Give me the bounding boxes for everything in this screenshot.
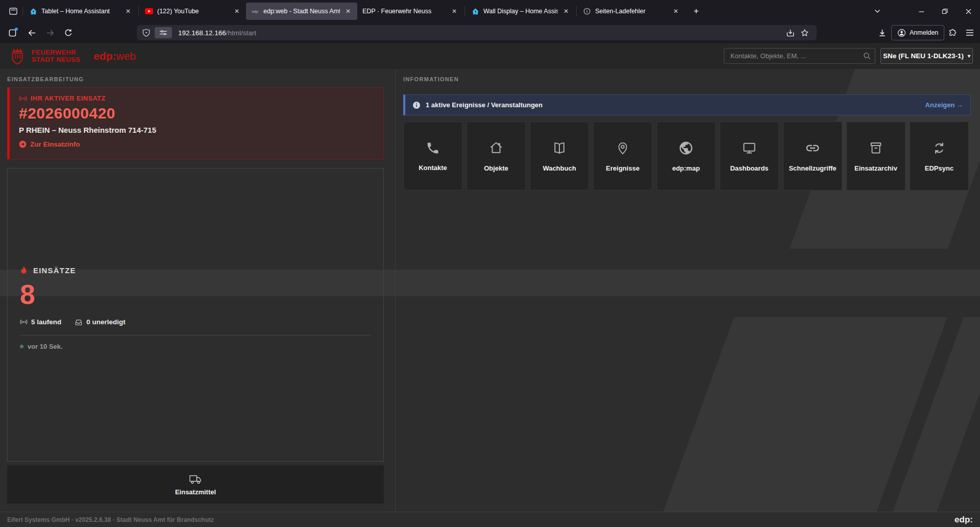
tab-youtube[interactable]: (122) YouTube ✕ bbox=[140, 3, 246, 20]
signin-button[interactable]: Anmelden bbox=[891, 25, 944, 40]
search-input[interactable] bbox=[724, 48, 875, 64]
reload-button[interactable] bbox=[60, 25, 77, 41]
tab-close-icon[interactable]: ✕ bbox=[450, 8, 458, 15]
edp-favicon: edp: bbox=[251, 7, 259, 15]
feuerwehr-crest-logo bbox=[7, 46, 28, 66]
divider bbox=[20, 335, 371, 336]
save-page-icon[interactable] bbox=[783, 26, 797, 39]
permissions-icon[interactable] bbox=[155, 27, 172, 38]
forward-button[interactable] bbox=[42, 25, 58, 41]
tab-wall-display[interactable]: Wall Display – Home Assistant ✕ bbox=[466, 3, 575, 20]
url-bar[interactable]: 192.168.12.166/html/start bbox=[137, 25, 817, 40]
tile-schnellzugriffe[interactable]: Schnellzugriffe bbox=[783, 122, 842, 190]
home-assistant-icon bbox=[29, 7, 37, 15]
vehicle-selector-button[interactable]: SNe (FL NEU 1-DLK23-1) ▾ bbox=[880, 48, 973, 64]
running-stat: 5 laufend bbox=[20, 318, 61, 326]
inbox-icon bbox=[75, 319, 83, 326]
tile-edpsync[interactable]: EDPsync bbox=[910, 122, 969, 190]
tile-edpmap[interactable]: edp:map bbox=[656, 122, 716, 190]
informationen-panel: INFORMATIONEN 1 aktive Ereignisse / Vera… bbox=[396, 69, 980, 512]
tile-einsatzarchiv[interactable]: Einsatzarchiv bbox=[846, 122, 905, 190]
vehicle-selector-label: SNe (FL NEU 1-DLK23-1) bbox=[883, 52, 964, 60]
tab-close-icon[interactable]: ✕ bbox=[672, 8, 680, 15]
einsaetze-title: EINSÄTZE bbox=[33, 266, 76, 275]
running-stat-label: 5 laufend bbox=[31, 318, 61, 326]
pending-stat: 0 unerledigt bbox=[75, 318, 126, 326]
url-text[interactable]: 192.168.12.166/html/start bbox=[178, 29, 256, 37]
tile-objekte[interactable]: Objekte bbox=[467, 122, 526, 190]
active-einsatz-card[interactable]: IHR AKTIVER EINSATZ #2026000420 P RHEIN … bbox=[7, 87, 384, 159]
einsaetze-count: 8 bbox=[20, 280, 371, 308]
tab-home-assistant-tablet[interactable]: Tablet – Home Assistant ✕ bbox=[24, 3, 137, 20]
url-path: /html/start bbox=[226, 29, 256, 37]
last-updated: vor 10 Sek. bbox=[20, 343, 371, 350]
arrow-circle-icon bbox=[19, 140, 27, 148]
bookmark-star-icon[interactable] bbox=[797, 26, 812, 39]
tile-wachbuch[interactable]: Wachbuch bbox=[530, 122, 589, 190]
tile-label: edp:map bbox=[672, 164, 700, 172]
footer-version-text: Eifert Systems GmbH · v2025.2.6.38 · Sta… bbox=[7, 516, 214, 523]
browser-tab-bar: Tablet – Home Assistant ✕ (122) YouTube … bbox=[0, 0, 980, 22]
einsatzinfo-link[interactable]: Zur Einsatzinfo bbox=[19, 140, 374, 148]
product-logo: edp:web bbox=[93, 50, 136, 62]
signin-label: Anmelden bbox=[910, 29, 938, 36]
new-tab-button[interactable]: + bbox=[688, 3, 704, 19]
window-close-button[interactable] bbox=[960, 3, 977, 20]
brand-text: FEUERWEHR STADT NEUSS bbox=[32, 49, 80, 63]
tab-close-icon[interactable]: ✕ bbox=[233, 8, 241, 15]
globe-icon bbox=[678, 140, 694, 156]
extensions-puzzle-icon[interactable] bbox=[944, 25, 961, 41]
app-header: FEUERWEHR STADT NEUSS edp:web SNe (FL NE… bbox=[0, 43, 980, 69]
tab-close-icon[interactable]: ✕ bbox=[344, 8, 352, 15]
tile-label: Ereignisse bbox=[606, 164, 640, 172]
tile-ereignisse[interactable]: Ereignisse bbox=[593, 122, 652, 190]
broadcast-icon bbox=[20, 319, 28, 325]
toolbar-extension-icon[interactable] bbox=[4, 25, 20, 41]
left-panel-title: EINSATZBEARBEITUNG bbox=[7, 76, 384, 82]
tab-close-icon[interactable]: ✕ bbox=[562, 8, 570, 15]
url-host: 192.168.12.166 bbox=[178, 29, 226, 37]
chevron-down-icon: ▾ bbox=[968, 53, 970, 59]
map-pin-icon bbox=[616, 140, 630, 156]
list-all-tabs-icon[interactable] bbox=[869, 3, 886, 20]
active-einsatz-header: IHR AKTIVER EINSATZ bbox=[19, 95, 374, 102]
menu-hamburger-icon[interactable] bbox=[962, 25, 978, 41]
info-icon bbox=[412, 101, 421, 109]
tab-title: (122) YouTube bbox=[157, 8, 229, 15]
link-icon bbox=[805, 140, 820, 156]
truck-icon bbox=[189, 473, 202, 485]
einsatzmittel-tile[interactable]: Einsatzmittel bbox=[7, 465, 384, 504]
einsatz-number: #2026000420 bbox=[19, 105, 374, 122]
einsaetze-stats-row: 5 laufend 0 unerledigt bbox=[20, 318, 371, 326]
tab-title: Wall Display – Home Assistant bbox=[483, 8, 558, 15]
youtube-icon bbox=[145, 7, 153, 15]
tab-edp-feuerwehr[interactable]: EDP · Feuerwehr Neuss ✕ bbox=[357, 3, 463, 20]
page-content: EINSATZBEARBEITUNG IHR AKTIVER EINSATZ #… bbox=[0, 69, 980, 512]
firefox-view-icon[interactable] bbox=[5, 3, 21, 19]
tab-seiten-ladefehler[interactable]: Seiten-Ladefehler ✕ bbox=[578, 3, 685, 20]
tile-dashboards[interactable]: Dashboards bbox=[720, 122, 779, 190]
window-restore-button[interactable] bbox=[936, 3, 953, 20]
tab-title: Tablet – Home Assistant bbox=[41, 8, 120, 15]
downloads-icon[interactable] bbox=[874, 25, 890, 41]
tile-label: Dashboards bbox=[730, 164, 768, 172]
tile-label: Einsatzarchiv bbox=[854, 164, 897, 172]
einsaetze-heading: EINSÄTZE bbox=[20, 266, 371, 275]
shield-icon[interactable] bbox=[142, 28, 151, 37]
house-icon bbox=[488, 140, 504, 156]
status-dot bbox=[20, 345, 23, 348]
anzeigen-link[interactable]: Anzeigen → bbox=[925, 101, 963, 109]
tab-separator bbox=[576, 6, 577, 16]
back-button[interactable] bbox=[23, 25, 40, 41]
tile-label: Schnellzugriffe bbox=[789, 164, 836, 172]
brand-line2: STADT NEUSS bbox=[32, 56, 80, 63]
tile-kontakte[interactable]: Kontakte bbox=[403, 122, 462, 190]
tab-close-icon[interactable]: ✕ bbox=[124, 8, 132, 15]
edp-footer-logo: edp: bbox=[954, 515, 973, 525]
tab-edpweb-active[interactable]: edp: edp:web - Stadt Neuss Amt für ✕ bbox=[246, 3, 357, 20]
notification-text: 1 aktive Ereignisse / Veranstaltungen bbox=[426, 101, 543, 109]
window-minimize-button[interactable] bbox=[913, 3, 930, 20]
browser-nav-bar: 192.168.12.166/html/start Anmelden bbox=[0, 22, 980, 43]
notification-dot bbox=[15, 28, 18, 31]
einsatzmittel-label: Einsatzmittel bbox=[175, 488, 216, 496]
